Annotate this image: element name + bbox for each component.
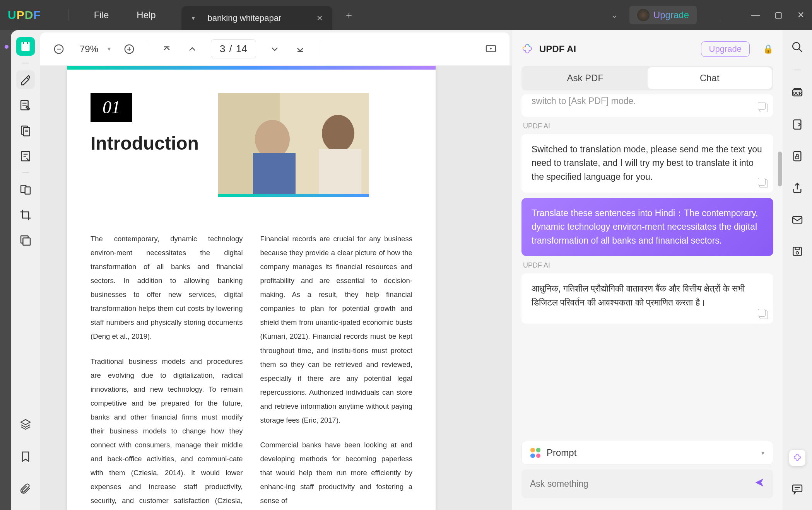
prompt-icon [530, 448, 540, 458]
add-tab-button[interactable]: ＋ [344, 9, 354, 22]
crop-icon [19, 209, 32, 221]
form-tool[interactable] [16, 147, 35, 165]
convert-button[interactable] [788, 115, 807, 134]
left-bottom-tools [11, 415, 40, 498]
page-organize-tool[interactable] [16, 121, 35, 140]
prompt-selector[interactable]: Prompt ▾ [521, 441, 773, 465]
chapter-heading: Introduction [91, 133, 199, 154]
minimize-button[interactable]: — [751, 10, 760, 20]
ocr-icon: OCR [791, 87, 803, 99]
svg-rect-31 [793, 485, 802, 491]
prev-page-button[interactable] [185, 42, 199, 56]
maximize-button[interactable]: ▢ [774, 10, 783, 20]
separator [319, 43, 319, 56]
svg-rect-0 [21, 42, 29, 51]
bookmark-button[interactable] [16, 447, 35, 466]
last-page-button[interactable] [293, 42, 307, 56]
ai-sender-label: UPDF AI [523, 122, 773, 130]
ocr-button[interactable]: OCR [788, 84, 807, 102]
search-button[interactable] [788, 38, 807, 56]
page-indicator[interactable]: 3 / 14 [211, 39, 256, 58]
scrollbar-thumb[interactable] [778, 152, 782, 186]
divider [68, 9, 68, 21]
first-page-button[interactable] [160, 42, 174, 56]
svg-rect-29 [795, 247, 800, 250]
svg-rect-10 [23, 238, 30, 245]
comment-icon [791, 483, 803, 495]
document-viewport[interactable]: 01 Introduction [40, 66, 512, 510]
tab-caret-icon[interactable]: ▼ [191, 15, 196, 21]
menu-help[interactable]: Help [137, 10, 156, 20]
next-page-button[interactable] [268, 42, 282, 56]
zoom-in-button[interactable] [122, 42, 136, 56]
text-column-2: Financial records are crucial for any bu… [260, 232, 413, 510]
chat-input[interactable] [530, 479, 754, 489]
menu-file[interactable]: File [94, 10, 109, 20]
layers-button[interactable] [16, 415, 35, 433]
separator [22, 172, 29, 173]
save-button[interactable] [788, 242, 807, 261]
svg-point-18 [322, 115, 354, 152]
copy-icon[interactable] [759, 104, 768, 112]
page-banner [67, 66, 436, 70]
lock-icon[interactable]: 🔒 [763, 44, 773, 54]
crop-tool[interactable] [16, 206, 35, 224]
highlighter-icon [19, 73, 32, 86]
ai-header: UPDF AI Upgrade 🔒 [512, 32, 783, 66]
right-toolbar: OCR [783, 30, 812, 510]
share-icon [791, 182, 803, 194]
copy-icon[interactable] [759, 310, 768, 319]
app-body: 79% ▾ 3 / 14 [11, 30, 812, 510]
total-pages: 14 [236, 43, 247, 55]
batch-tool[interactable] [16, 231, 35, 250]
edit-text-tool[interactable] [16, 96, 35, 114]
activity-dot [5, 45, 9, 49]
ai-upgrade-button[interactable]: Upgrade [701, 41, 750, 57]
window-menu-icon[interactable]: ⌄ [611, 10, 618, 20]
bookmark-icon [19, 450, 32, 463]
current-page: 3 [220, 43, 225, 55]
email-button[interactable] [788, 210, 807, 229]
svg-point-20 [793, 43, 800, 50]
ai-flower-icon [792, 452, 803, 463]
svg-rect-27 [793, 217, 802, 223]
ai-message: आधुनिक, गतिशील प्रौद्योगिकी वातावरण बैंक… [521, 273, 773, 324]
chevron-down-icon: ▾ [761, 449, 764, 457]
document-tab[interactable]: ▼ banking whitepapar ✕ [181, 6, 332, 30]
book-icon [19, 40, 32, 53]
comments-button[interactable] [788, 480, 807, 498]
highlight-tool[interactable] [16, 70, 35, 89]
reader-mode-button[interactable] [16, 37, 35, 56]
tab-close-icon[interactable]: ✕ [316, 14, 323, 23]
ai-message-partial: switch to [Ask PDF] mode. [521, 94, 773, 117]
share-button[interactable] [788, 179, 807, 197]
ai-chat-messages[interactable]: switch to [Ask PDF] mode. UPDF AI Switch… [512, 94, 783, 435]
ai-panel-title: UPDF AI [539, 44, 695, 55]
chat-input-bar [521, 469, 773, 498]
document-area: 79% ▾ 3 / 14 [40, 30, 512, 510]
edit-icon [19, 99, 32, 111]
tab-chat[interactable]: Chat [648, 67, 772, 89]
ai-fab-button[interactable] [789, 450, 805, 466]
svg-point-30 [796, 252, 799, 254]
protect-button[interactable] [788, 147, 807, 165]
zoom-dropdown[interactable]: 79% ▾ [77, 44, 111, 55]
svg-rect-1 [23, 42, 24, 44]
compare-tool[interactable] [16, 180, 35, 199]
tab-ask-pdf[interactable]: Ask PDF [523, 67, 648, 89]
copy-icon[interactable] [759, 179, 768, 188]
user-message: Translate these sentences into Hindi：The… [521, 198, 773, 256]
document-toolbar: 79% ▾ 3 / 14 [40, 32, 509, 66]
presentation-button[interactable] [484, 42, 498, 56]
zoom-out-button[interactable] [52, 42, 66, 56]
ai-panel: UPDF AI Upgrade 🔒 Ask PDF Chat switch to… [512, 30, 783, 510]
attachment-button[interactable] [16, 480, 35, 498]
svg-rect-8 [25, 187, 30, 194]
send-button[interactable] [754, 477, 765, 491]
tab-title: banking whitepapar [208, 13, 301, 23]
close-button[interactable]: ✕ [797, 10, 804, 20]
paperclip-icon [19, 483, 32, 495]
separator [148, 43, 148, 56]
ai-message: Switched to translation mode, please sen… [521, 134, 773, 193]
upgrade-button[interactable]: Upgrade [629, 6, 697, 24]
